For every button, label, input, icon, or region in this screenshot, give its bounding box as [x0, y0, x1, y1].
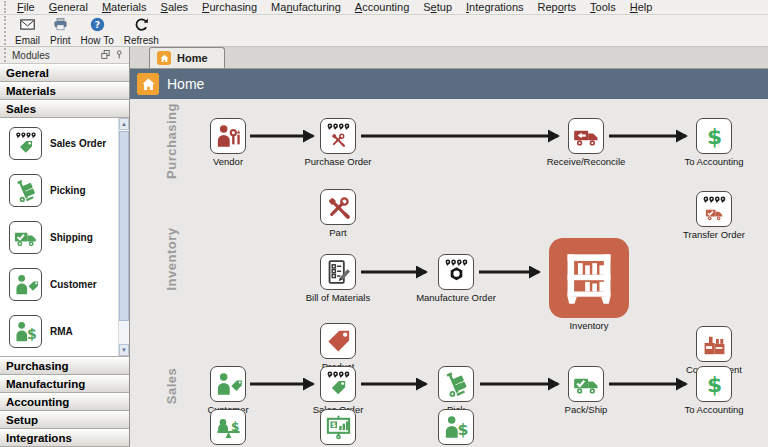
svg-text:?: ? — [94, 19, 99, 30]
node-pick[interactable]: Pick — [408, 366, 504, 415]
tab-home[interactable]: Home — [149, 47, 225, 68]
notebook-tag-icon[interactable] — [320, 366, 356, 402]
node-pricing-rule[interactable]: $Pricing Rule — [180, 409, 276, 447]
app-window: FileGeneralMaterialsSalesPurchasingManuf… — [0, 0, 768, 447]
person-tag-icon — [9, 268, 42, 301]
toolbar-grip[interactable] — [4, 16, 8, 45]
lane-label-inventory: Inventory — [164, 227, 179, 290]
node-rma[interactable]: $RMA — [408, 409, 504, 447]
node-product[interactable]: Product — [290, 323, 386, 372]
sidebar-section-sales[interactable]: Sales — [0, 100, 129, 118]
scrollbar-thumb[interactable] — [119, 131, 129, 321]
float-panel-icon[interactable] — [97, 49, 111, 62]
handtruck-icon[interactable] — [438, 366, 474, 402]
truck-arrow-icon[interactable] — [568, 118, 604, 154]
truck-check-icon[interactable] — [568, 366, 604, 402]
node-transfer-order[interactable]: Transfer Order — [666, 191, 762, 240]
home-icon — [137, 73, 159, 95]
page-header: Home — [130, 69, 768, 99]
svg-text:$: $ — [231, 419, 239, 433]
sidebar-section-materials[interactable]: Materials — [0, 82, 129, 100]
notebook-tag-icon — [9, 127, 42, 160]
node-part[interactable]: Part — [290, 189, 386, 238]
doc-pencil-icon[interactable] — [320, 254, 356, 290]
print-button[interactable]: Print — [45, 15, 76, 46]
refresh-button[interactable]: Refresh — [119, 15, 164, 46]
toolbar: EmailPrint?How ToRefresh — [0, 15, 768, 47]
sidebar-item-picking[interactable]: Picking — [0, 167, 129, 214]
sidebar-item-rma[interactable]: $RMA — [0, 308, 129, 355]
menu-item-general[interactable]: General — [42, 1, 95, 13]
sidebar-section-setup[interactable]: Setup — [0, 411, 129, 429]
node-manufacture-order[interactable]: Manufacture Order — [408, 254, 504, 303]
sidebar-section-integrations[interactable]: Integrations — [0, 429, 129, 447]
menu-item-sales[interactable]: Sales — [154, 1, 196, 13]
scroll-down-icon[interactable]: ▼ — [119, 344, 129, 356]
tab-home-label: Home — [177, 52, 208, 64]
truck-check-icon — [9, 221, 42, 254]
node-inventory[interactable]: Inventory — [541, 238, 637, 331]
node-customer[interactable]: Customer — [180, 366, 276, 415]
content-area: Home Home PurchasingInventorySalesVendor… — [130, 47, 768, 447]
node-receive-reconcile[interactable]: Receive/Reconcile — [538, 118, 634, 167]
node-bill-of-materials[interactable]: Bill of Materials — [290, 254, 386, 303]
person-dollar-icon[interactable]: $ — [438, 409, 474, 445]
person-tag-icon[interactable] — [210, 366, 246, 402]
node-to-accounting[interactable]: $To Accounting — [666, 118, 762, 167]
howto-icon: ? — [89, 16, 106, 35]
menu-item-integrations[interactable]: Integrations — [459, 1, 531, 13]
node-to-accounting[interactable]: $To Accounting — [666, 366, 762, 415]
menubar-grip[interactable] — [4, 1, 8, 13]
notebook-tools-icon[interactable] — [320, 118, 356, 154]
person-tools-icon[interactable] — [210, 118, 246, 154]
email-button[interactable]: Email — [10, 15, 45, 46]
sidebar-item-sales-order[interactable]: Sales Order — [0, 120, 129, 167]
dollar-icon[interactable]: $ — [696, 118, 732, 154]
modules-panel-title: Modules — [8, 50, 97, 61]
sidebar-item-customer[interactable]: Customer — [0, 261, 129, 308]
lane-label-sales: Sales — [164, 368, 179, 404]
dollar-icon[interactable]: $ — [696, 366, 732, 402]
person-scale-icon[interactable]: $ — [210, 409, 246, 445]
pin-panel-icon[interactable] — [111, 49, 125, 62]
node-vendor[interactable]: Vendor — [180, 118, 276, 167]
menu-bar: FileGeneralMaterialsSalesPurchasingManuf… — [0, 0, 768, 15]
sidebar-module-list: Sales OrderPickingShippingCustomer$RMA▲▼ — [0, 118, 129, 357]
sidebar-section-general[interactable]: General — [0, 64, 129, 82]
node-sales-order[interactable]: Sales Order — [290, 366, 386, 415]
menu-item-purchasing[interactable]: Purchasing — [195, 1, 264, 13]
lane-label-purchasing: Purchasing — [164, 103, 179, 179]
menu-item-manufacturing[interactable]: Manufacturing — [264, 1, 348, 13]
menu-item-file[interactable]: File — [10, 1, 42, 13]
main-area: Modules GeneralMaterialsSalesSales Order… — [0, 47, 768, 447]
node-pack-ship[interactable]: Pack/Ship — [538, 366, 634, 415]
home-icon — [157, 51, 171, 65]
node-purchase-order[interactable]: Purchase Order — [290, 118, 386, 167]
sidebar-scrollbar[interactable]: ▲▼ — [118, 118, 129, 356]
shelf-icon[interactable] — [549, 238, 629, 318]
notebook-truck-icon[interactable] — [696, 191, 732, 227]
node-payments[interactable]: $Payments — [290, 409, 386, 447]
factory-icon[interactable] — [696, 326, 732, 362]
menu-item-setup[interactable]: Setup — [416, 1, 459, 13]
menu-item-help[interactable]: Help — [623, 1, 660, 13]
sidebar-section-manufacturing[interactable]: Manufacturing — [0, 375, 129, 393]
sidebar-item-shipping[interactable]: Shipping — [0, 214, 129, 261]
tools-icon[interactable] — [320, 189, 356, 225]
person-dollar-icon: $ — [9, 315, 42, 348]
notebook-nut-icon[interactable] — [438, 254, 474, 290]
sidebar-section-purchasing[interactable]: Purchasing — [0, 357, 129, 375]
menu-item-reports[interactable]: Reports — [531, 1, 584, 13]
print-icon — [52, 16, 69, 35]
tag-icon[interactable] — [320, 323, 356, 359]
tab-strip: Home — [130, 47, 768, 69]
svg-text:$: $ — [706, 371, 721, 396]
sidebar-section-accounting[interactable]: Accounting — [0, 393, 129, 411]
menu-item-tools[interactable]: Tools — [583, 1, 623, 13]
menu-item-accounting[interactable]: Accounting — [348, 1, 416, 13]
menu-item-materials[interactable]: Materials — [95, 1, 154, 13]
board-chart-icon[interactable]: $ — [320, 409, 356, 445]
how-to-button[interactable]: ?How To — [76, 15, 119, 46]
scroll-up-icon[interactable]: ▲ — [119, 118, 129, 130]
modules-sidebar: Modules GeneralMaterialsSalesSales Order… — [0, 47, 130, 447]
